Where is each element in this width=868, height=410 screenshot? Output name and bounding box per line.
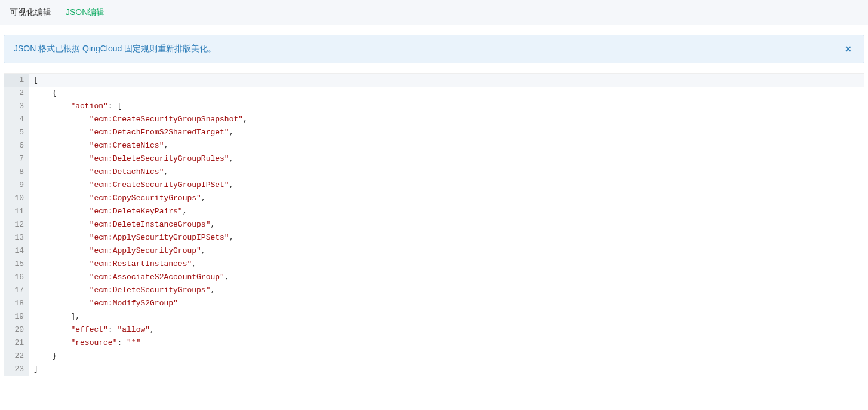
token-string: "ecm:CopySecurityGroups" xyxy=(90,194,201,203)
line-number: 20 xyxy=(4,323,29,336)
editor-line[interactable]: 6 "ecm:CreateNics", xyxy=(4,139,864,152)
code-content[interactable]: "resource": "*" xyxy=(29,336,140,350)
editor-line[interactable]: 10 "ecm:CopySecurityGroups", xyxy=(4,192,864,205)
line-number: 1 xyxy=(4,74,29,87)
token-punct: , xyxy=(229,128,234,137)
code-content[interactable]: "ecm:AssociateS2AccountGroup", xyxy=(29,271,229,284)
code-content[interactable]: "effect": "allow", xyxy=(29,323,155,336)
tab-json-edit[interactable]: JSON编辑 xyxy=(66,7,104,18)
line-number: 4 xyxy=(4,113,29,126)
editor-line[interactable]: 19 ], xyxy=(4,310,864,323)
token-string: "ecm:ModifyS2Group" xyxy=(90,299,178,308)
line-number: 17 xyxy=(4,284,29,297)
token-punct: , xyxy=(243,115,248,124)
line-number: 15 xyxy=(4,258,29,271)
token-string: "ecm:CreateNics" xyxy=(90,141,164,150)
token-string: "ecm:RestartInstances" xyxy=(90,259,192,268)
token-string: "ecm:ApplySecurityGroupIPSets" xyxy=(90,233,229,242)
line-number: 22 xyxy=(4,350,29,363)
editor-line[interactable]: 21 "resource": "*" xyxy=(4,336,864,350)
line-number: 7 xyxy=(4,152,29,166)
code-content[interactable]: "ecm:CreateSecurityGroupIPSet", xyxy=(29,179,233,192)
alert-banner: JSON 格式已根据 QingCloud 固定规则重新排版美化。 ✕ xyxy=(4,35,864,63)
editor-line[interactable]: 2 { xyxy=(4,87,864,100)
code-content[interactable]: "ecm:DeleteSecurityGroupRules", xyxy=(29,152,233,166)
token-punct: : xyxy=(117,338,127,347)
code-content[interactable]: "action": [ xyxy=(29,100,122,113)
token-string: "ecm:CreateSecurityGroupSnapshot" xyxy=(90,115,243,124)
token-punct: , xyxy=(201,246,206,255)
token-punct: : xyxy=(108,325,118,334)
token-punct: , xyxy=(229,233,234,242)
code-content[interactable]: "ecm:ApplySecurityGroupIPSets", xyxy=(29,231,233,244)
line-number: 5 xyxy=(4,126,29,139)
editor-line[interactable]: 12 "ecm:DeleteInstanceGroups", xyxy=(4,218,864,231)
code-content[interactable]: ], xyxy=(29,310,80,323)
code-content[interactable]: ] xyxy=(29,363,38,376)
tab-visual-edit[interactable]: 可视化编辑 xyxy=(10,7,51,18)
token-punct: { xyxy=(52,88,57,97)
token-string: "ecm:AssociateS2AccountGroup" xyxy=(90,273,224,282)
token-punct: , xyxy=(210,286,215,295)
token-string: "ecm:DeleteSecurityGroups" xyxy=(90,286,211,295)
code-content[interactable]: { xyxy=(29,87,57,100)
editor-line[interactable]: 5 "ecm:DetachFromS2SharedTarget", xyxy=(4,126,864,139)
code-content[interactable]: "ecm:CreateSecurityGroupSnapshot", xyxy=(29,113,248,126)
code-content[interactable]: "ecm:DeleteInstanceGroups", xyxy=(29,218,215,231)
close-icon[interactable]: ✕ xyxy=(842,44,854,54)
editor-line[interactable]: 3 "action": [ xyxy=(4,100,864,113)
token-bracket: [ xyxy=(33,75,38,84)
editor-line[interactable]: 9 "ecm:CreateSecurityGroupIPSet", xyxy=(4,179,864,192)
code-content[interactable]: "ecm:ModifyS2Group" xyxy=(29,297,178,310)
editor-line[interactable]: 15 "ecm:RestartInstances", xyxy=(4,258,864,271)
code-content[interactable]: "ecm:DeleteKeyPairs", xyxy=(29,205,187,218)
code-content[interactable]: "ecm:CopySecurityGroups", xyxy=(29,192,206,205)
code-content[interactable]: } xyxy=(29,350,57,363)
code-content[interactable]: "ecm:DetachNics", xyxy=(29,166,168,179)
editor-line[interactable]: 14 "ecm:ApplySecurityGroup", xyxy=(4,244,864,258)
line-number: 23 xyxy=(4,363,29,376)
line-number: 8 xyxy=(4,166,29,179)
token-punct: , xyxy=(210,220,215,229)
line-number: 9 xyxy=(4,179,29,192)
token-string: "ecm:CreateSecurityGroupIPSet" xyxy=(90,180,229,189)
token-bracket: ] xyxy=(33,365,38,374)
token-string: "ecm:DeleteKeyPairs" xyxy=(90,207,183,216)
editor-line[interactable]: 18 "ecm:ModifyS2Group" xyxy=(4,297,864,310)
editor-line[interactable]: 4 "ecm:CreateSecurityGroupSnapshot", xyxy=(4,113,864,126)
tab-bar: 可视化编辑 JSON编辑 xyxy=(0,0,868,25)
token-punct: , xyxy=(150,325,155,334)
editor-line[interactable]: 7 "ecm:DeleteSecurityGroupRules", xyxy=(4,152,864,166)
line-number: 2 xyxy=(4,87,29,100)
code-content[interactable]: [ xyxy=(29,74,38,87)
line-number: 18 xyxy=(4,297,29,310)
editor-line[interactable]: 1[ xyxy=(4,74,864,87)
editor-line[interactable]: 11 "ecm:DeleteKeyPairs", xyxy=(4,205,864,218)
token-punct: , xyxy=(229,154,234,163)
token-string: "allow" xyxy=(117,325,150,334)
token-punct: , xyxy=(229,180,234,189)
editor-line[interactable]: 8 "ecm:DetachNics", xyxy=(4,166,864,179)
editor-line[interactable]: 23] xyxy=(4,363,864,376)
line-number: 14 xyxy=(4,244,29,258)
token-punct: ], xyxy=(70,312,80,321)
code-content[interactable]: "ecm:ApplySecurityGroup", xyxy=(29,244,206,258)
editor-line[interactable]: 13 "ecm:ApplySecurityGroupIPSets", xyxy=(4,231,864,244)
token-key: "effect" xyxy=(70,325,107,334)
code-content[interactable]: "ecm:DetachFromS2SharedTarget", xyxy=(29,126,233,139)
token-punct: , xyxy=(164,167,168,176)
editor-line[interactable]: 22 } xyxy=(4,350,864,363)
token-key: "resource" xyxy=(70,338,117,347)
token-key: "action" xyxy=(70,102,107,111)
code-content[interactable]: "ecm:RestartInstances", xyxy=(29,258,196,271)
editor-line[interactable]: 20 "effect": "allow", xyxy=(4,323,864,336)
editor-line[interactable]: 17 "ecm:DeleteSecurityGroups", xyxy=(4,284,864,297)
editor-line[interactable]: 16 "ecm:AssociateS2AccountGroup", xyxy=(4,271,864,284)
code-content[interactable]: "ecm:DeleteSecurityGroups", xyxy=(29,284,215,297)
json-editor[interactable]: 1[2 {3 "action": [4 "ecm:CreateSecurityG… xyxy=(4,73,864,376)
code-content[interactable]: "ecm:CreateNics", xyxy=(29,139,168,152)
token-punct: , xyxy=(201,194,206,203)
line-number: 3 xyxy=(4,100,29,113)
line-number: 19 xyxy=(4,310,29,323)
token-string: "ecm:DeleteSecurityGroupRules" xyxy=(90,154,229,163)
